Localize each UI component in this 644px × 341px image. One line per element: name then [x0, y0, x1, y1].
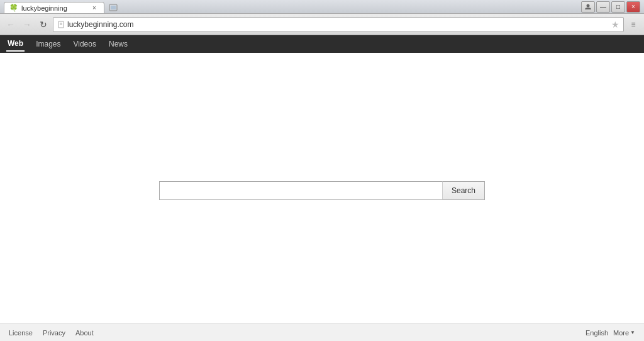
about-link[interactable]: About: [75, 329, 94, 337]
privacy-link[interactable]: Privacy: [43, 329, 65, 337]
svg-point-2: [587, 4, 590, 7]
browser-window: 🍀 luckybeginning × —: [0, 0, 644, 341]
bookmark-star-icon[interactable]: ★: [611, 20, 619, 30]
tab-bar: 🍀 luckybeginning ×: [4, 0, 581, 13]
tab-news[interactable]: News: [108, 37, 129, 51]
new-tab-icon: [109, 4, 118, 13]
more-label: More: [613, 329, 629, 337]
refresh-button[interactable]: ↻: [36, 18, 50, 31]
back-button[interactable]: ←: [4, 18, 18, 31]
close-icon: ×: [631, 3, 635, 10]
license-link[interactable]: License: [9, 329, 33, 337]
tab-web[interactable]: Web: [6, 36, 25, 52]
more-chevron-icon: ▼: [630, 330, 635, 335]
address-bar[interactable]: ★: [53, 17, 624, 32]
tab-videos[interactable]: Videos: [72, 37, 97, 51]
tab-close-button[interactable]: ×: [90, 4, 99, 13]
search-input[interactable]: [159, 181, 442, 200]
forward-button[interactable]: →: [20, 18, 34, 31]
page-icon: [57, 21, 65, 28]
search-nav-tabs: Web Images Videos News: [0, 35, 644, 53]
language-label: English: [586, 329, 608, 337]
tab-title: luckybeginning: [21, 4, 67, 12]
svg-rect-1: [111, 6, 116, 9]
menu-button[interactable]: ≡: [626, 18, 640, 31]
tab-favicon: 🍀: [9, 4, 18, 13]
window-controls: — □ ×: [581, 1, 640, 13]
profile-button[interactable]: [581, 1, 595, 13]
footer-links: License Privacy About: [9, 329, 94, 337]
maximize-icon: □: [616, 3, 620, 10]
active-tab[interactable]: 🍀 luckybeginning ×: [4, 2, 104, 13]
new-tab-button[interactable]: [107, 3, 119, 13]
close-button[interactable]: ×: [626, 1, 640, 13]
search-button[interactable]: Search: [442, 181, 485, 200]
browser-toolbar: ← → ↻ ★ ≡: [0, 14, 644, 35]
forward-icon: →: [23, 20, 31, 30]
maximize-button[interactable]: □: [611, 1, 625, 13]
footer: License Privacy About English More ▼: [0, 323, 644, 341]
tab-images[interactable]: Images: [35, 37, 62, 51]
footer-right: English More ▼: [586, 329, 635, 337]
titlebar: 🍀 luckybeginning × —: [0, 0, 644, 14]
minimize-button[interactable]: —: [596, 1, 610, 13]
back-icon: ←: [6, 20, 15, 30]
more-button[interactable]: More ▼: [613, 329, 635, 337]
url-input[interactable]: [67, 20, 609, 29]
hamburger-icon: ≡: [631, 20, 635, 29]
profile-icon: [584, 3, 592, 11]
search-container: Search: [159, 181, 485, 200]
main-content: Search License Privacy About English Mor…: [0, 53, 644, 341]
minimize-icon: —: [600, 3, 606, 10]
refresh-icon: ↻: [40, 20, 47, 30]
